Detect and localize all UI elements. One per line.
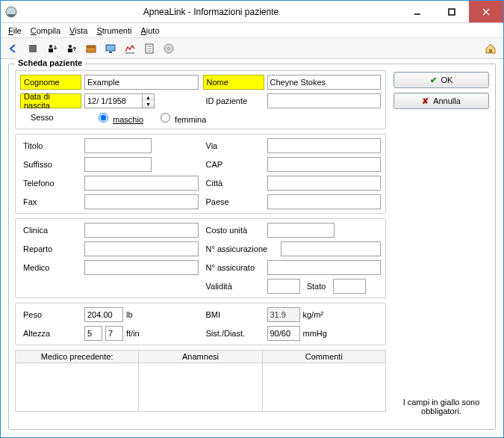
unit-peso: lb [126, 310, 133, 319]
minimize-button[interactable] [400, 1, 435, 22]
label-paese: Paese [203, 194, 264, 209]
col-medico-prec: Medico precedente: [16, 351, 139, 363]
label-reparto: Reparto [20, 241, 81, 256]
input-citta[interactable] [267, 176, 382, 191]
textarea-medico-prec[interactable] [16, 363, 139, 411]
input-nome[interactable] [267, 75, 382, 90]
label-sesso: Sesso [31, 113, 81, 122]
close-button[interactable] [469, 1, 503, 22]
svg-rect-7 [49, 49, 53, 52]
col-commenti: Commenti [263, 351, 385, 363]
menu-vista[interactable]: Vista [66, 25, 90, 37]
unit-altezza: ft/in [126, 329, 140, 338]
input-reparto[interactable] [84, 241, 199, 256]
label-stato: Stato [303, 282, 330, 291]
label-bmi: BMI [203, 307, 264, 322]
menubar: File Compila Vista Strumenti Aiuto [1, 23, 503, 38]
svg-point-8 [69, 45, 72, 48]
input-titolo[interactable] [84, 138, 152, 153]
radio-maschio[interactable]: maschio [95, 111, 143, 124]
input-data-nascita[interactable] [84, 93, 143, 108]
label-sist-diast: Sist./Diast. [203, 326, 264, 341]
label-via: Via [203, 138, 264, 153]
input-clinica[interactable] [84, 223, 199, 238]
cd-icon[interactable] [161, 40, 177, 57]
spin-up-icon[interactable]: ▲ [143, 94, 154, 101]
ok-button[interactable]: OK [393, 72, 489, 88]
input-altezza-in[interactable] [105, 326, 123, 341]
download-patient-icon[interactable] [44, 40, 60, 57]
label-titolo: Titolo [20, 138, 81, 153]
label-fax: Fax [20, 194, 81, 209]
upload-patient-icon[interactable] [63, 40, 80, 57]
input-cognome[interactable] [84, 75, 199, 90]
svg-rect-13 [109, 52, 112, 53]
textarea-commenti[interactable] [263, 363, 385, 411]
chart-icon[interactable] [122, 40, 138, 57]
input-costo-unita[interactable] [267, 223, 335, 238]
label-costo-unita: Costo unità [203, 223, 264, 238]
report-icon[interactable] [141, 40, 158, 57]
input-paese[interactable] [267, 194, 382, 209]
svg-rect-2 [449, 9, 455, 15]
label-suffisso: Suffisso [20, 157, 81, 172]
label-telefono: Telefono [20, 176, 81, 191]
menu-aiuto[interactable]: Aiuto [137, 25, 162, 37]
svg-rect-5 [29, 45, 37, 52]
label-nome: Nome [203, 75, 264, 90]
input-fax[interactable] [84, 194, 199, 209]
input-peso[interactable] [84, 307, 123, 322]
label-clinica: Clinica [20, 223, 81, 238]
label-n-assicurato: N° assicurato [203, 260, 264, 275]
group-legend: Scheda paziente [15, 58, 85, 67]
monitor-icon[interactable] [102, 40, 119, 57]
label-peso: Peso [20, 307, 81, 322]
radio-femmina[interactable]: femmina [157, 111, 206, 124]
svg-rect-11 [87, 46, 96, 48]
input-validita[interactable] [267, 279, 300, 294]
spin-down-icon[interactable]: ▼ [143, 101, 154, 108]
input-suffisso[interactable] [84, 157, 152, 172]
window-title: ApneaLink - Informazioni paziente [22, 7, 400, 17]
input-n-assicurato[interactable] [267, 260, 382, 275]
input-sist-diast[interactable] [267, 326, 300, 341]
textarea-anamnesi[interactable] [139, 363, 262, 411]
content-area: Scheda paziente Cognome Data di nascit [1, 59, 503, 437]
svg-point-6 [49, 45, 52, 48]
input-stato[interactable] [333, 279, 366, 294]
svg-rect-21 [489, 49, 492, 53]
label-cognome: Cognome [20, 75, 81, 90]
home-icon[interactable] [482, 40, 499, 57]
label-medico: Medico [20, 260, 81, 275]
back-icon[interactable] [5, 40, 22, 57]
label-data-nascita: Data di nascita [20, 93, 81, 108]
col-anamnesi: Anamnesi [139, 351, 262, 363]
input-telefono[interactable] [84, 176, 199, 191]
unit-sist-diast: mmHg [303, 329, 327, 338]
stop-icon[interactable] [25, 40, 41, 57]
input-medico[interactable] [84, 260, 199, 275]
label-citta: Città [203, 176, 264, 191]
notes-header: Medico precedente: Anamnesi Commenti [15, 350, 386, 363]
label-n-assicurazione: N° assicurazione [203, 241, 278, 256]
toolbar [1, 38, 503, 59]
date-of-birth-spinner[interactable]: ▲▼ [84, 93, 155, 108]
input-altezza-ft[interactable] [84, 326, 102, 341]
input-cap[interactable] [267, 157, 382, 172]
archive-icon[interactable] [83, 40, 99, 57]
label-validita: Validità [203, 279, 264, 294]
scheda-paziente-group: Scheda paziente Cognome Data di nascit [8, 64, 496, 430]
menu-compila[interactable]: Compila [28, 25, 63, 37]
input-id-paziente[interactable] [267, 93, 382, 108]
maximize-button[interactable] [435, 1, 469, 22]
label-cap: CAP [203, 157, 264, 172]
menu-strumenti[interactable]: Strumenti [93, 25, 134, 37]
input-via[interactable] [267, 138, 382, 153]
menu-file[interactable]: File [5, 25, 25, 37]
svg-rect-12 [106, 45, 115, 51]
input-n-assicurazione[interactable] [281, 241, 382, 256]
cancel-button[interactable]: Annulla [393, 93, 489, 109]
label-altezza: Altezza [20, 326, 81, 341]
titlebar: ApneaLink - Informazioni paziente [1, 1, 503, 23]
required-fields-note: I campi in giallo sono obbligatori. [393, 398, 489, 422]
